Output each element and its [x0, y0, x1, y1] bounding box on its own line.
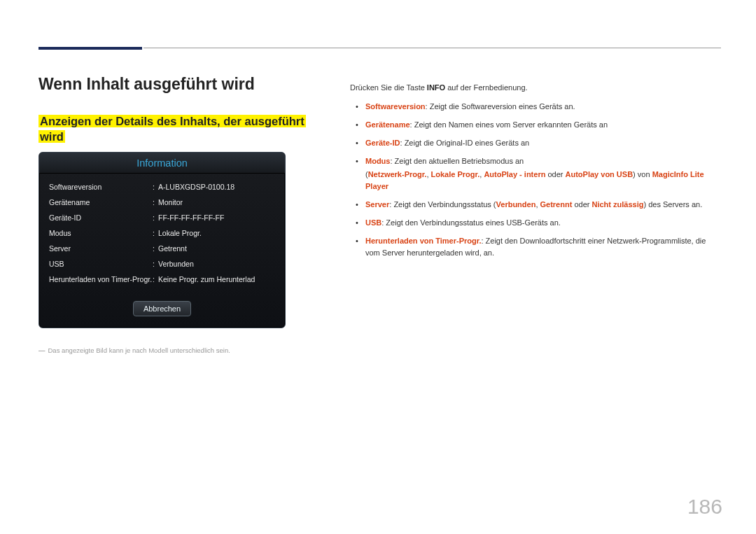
info-value: Lokale Progr. — [157, 229, 275, 237]
term: Gerätename — [365, 120, 410, 129]
info-row: Server : Getrennt — [49, 241, 275, 256]
list-item: Gerätename: Zeigt den Namen eines vom Se… — [350, 119, 721, 131]
image-caption: ―Das angezeigte Bild kann je nach Modell… — [38, 346, 322, 354]
header-bar — [38, 47, 142, 50]
term: USB — [365, 218, 382, 227]
info-value: Verbunden — [157, 260, 275, 268]
key-info: INFO — [427, 83, 445, 92]
info-row: Herunterladen von Timer-Progr. : Keine P… — [49, 272, 275, 287]
info-label: Geräte-ID — [49, 213, 153, 222]
info-label: Herunterladen von Timer-Progr. — [49, 275, 153, 283]
list-item: Modus: Zeigt den aktuellen Betriebsmodus… — [350, 155, 721, 192]
info-value: Keine Progr. zum Herunterlad — [157, 275, 275, 283]
page-subtitle: Anzeigen der Details des Inhalts, der au… — [38, 113, 322, 145]
panel-footer: Abbrechen — [39, 291, 285, 328]
info-value: Monitor — [157, 198, 275, 206]
modus-options: (Netzwerk-Progr., Lokale Progr., AutoPla… — [365, 167, 721, 192]
info-label: Softwareversion — [49, 183, 153, 191]
info-row: Geräte-ID : FF-FF-FF-FF-FF-FF — [49, 210, 275, 225]
term: Modus — [365, 157, 390, 165]
info-value: FF-FF-FF-FF-FF-FF — [157, 213, 275, 222]
term: Geräte-ID — [365, 139, 400, 147]
info-row: USB : Verbunden — [49, 256, 275, 272]
info-value: A-LUBXGDSP-0100.18 — [157, 183, 275, 191]
list-item: USB: Zeigt den Verbindungsstatus eines U… — [350, 217, 721, 229]
info-row: Modus : Lokale Progr. — [49, 225, 275, 241]
list-item: Server: Zeigt den Verbindungsstatus (Ver… — [350, 199, 721, 211]
highlight-line-1: Anzeigen der Details des Inhalts, der au… — [38, 115, 306, 127]
info-label: Gerätename — [49, 198, 153, 206]
page-title: Wenn Inhalt ausgeführt wird — [38, 75, 322, 94]
list-item: Herunterladen von Timer-Progr.: Zeigt de… — [350, 235, 721, 259]
page-number: 186 — [687, 495, 722, 519]
header-rule — [144, 48, 721, 48]
description-list: Softwareversion: Zeigt die Softwareversi… — [350, 101, 721, 259]
info-label: Modus — [49, 229, 153, 237]
information-panel: Information Softwareversion : A-LUBXGDSP… — [38, 152, 286, 328]
info-row: Gerätename : Monitor — [49, 195, 275, 210]
term: Softwareversion — [365, 102, 426, 111]
term: Herunterladen von Timer-Progr. — [365, 237, 481, 245]
info-row: Softwareversion : A-LUBXGDSP-0100.18 — [49, 179, 275, 195]
list-item: Softwareversion: Zeigt die Softwareversi… — [350, 101, 721, 113]
highlight-line-2: wird — [38, 130, 65, 143]
info-value: Getrennt — [157, 244, 275, 253]
caption-text: Das angezeigte Bild kann je nach Modell … — [48, 346, 230, 354]
list-item: Geräte-ID: Zeigt die Original-ID eines G… — [350, 137, 721, 149]
cancel-button[interactable]: Abbrechen — [133, 301, 191, 316]
panel-header: Information — [39, 153, 285, 174]
panel-body: Softwareversion : A-LUBXGDSP-0100.18 Ger… — [39, 174, 285, 291]
info-label: USB — [49, 260, 153, 268]
intro-text: Drücken Sie die Taste INFO auf der Fernb… — [350, 82, 721, 94]
term: Server — [365, 200, 389, 209]
info-label: Server — [49, 244, 153, 253]
